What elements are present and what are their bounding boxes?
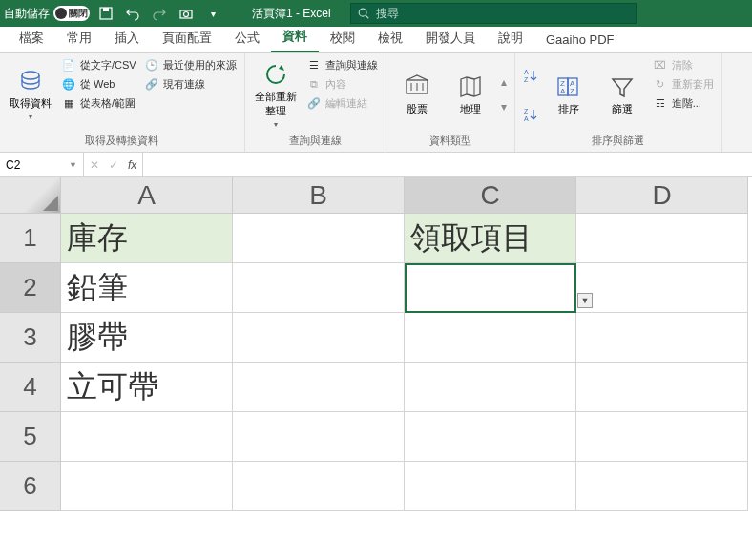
cell-A3[interactable]: 膠帶	[61, 313, 233, 363]
cell-B3[interactable]	[233, 313, 405, 363]
tab-資料[interactable]: 資料	[271, 22, 319, 52]
autosave-toggle[interactable]: 自動儲存 關閉	[4, 6, 90, 22]
from-table-button[interactable]: ▦從表格/範圍	[61, 95, 136, 111]
cell-A6[interactable]	[61, 462, 233, 511]
tab-說明[interactable]: 說明	[487, 24, 534, 52]
search-icon	[357, 7, 370, 20]
cell-A4[interactable]: 立可帶	[61, 363, 233, 412]
cell-B6[interactable]	[233, 462, 405, 511]
cell-A2[interactable]: 鉛筆	[61, 263, 233, 313]
get-data-icon	[17, 68, 44, 94]
camera-icon[interactable]	[178, 5, 195, 22]
tab-檢視[interactable]: 檢視	[366, 24, 414, 52]
row-header[interactable]: 4	[0, 363, 61, 412]
select-all-corner[interactable]	[0, 177, 61, 214]
cell-B1[interactable]	[233, 214, 405, 263]
search-input[interactable]: 搜尋	[350, 3, 637, 24]
svg-line-5	[366, 16, 368, 19]
scroll-up-icon[interactable]: ▴	[501, 75, 507, 89]
group-label: 查詢與連線	[253, 132, 378, 150]
row-header[interactable]: 5	[0, 412, 61, 462]
cell-C5[interactable]	[405, 412, 576, 462]
column-header[interactable]: C	[405, 177, 576, 214]
save-icon[interactable]	[97, 5, 115, 22]
scroll-down-icon[interactable]: ▾	[501, 100, 507, 114]
tab-Gaaiho PDF[interactable]: Gaaiho PDF	[534, 27, 626, 52]
cell-A1[interactable]: 庫存	[61, 214, 233, 263]
from-text-csv-button[interactable]: 📄從文字/CSV	[61, 57, 136, 73]
cell-D4[interactable]	[576, 363, 748, 412]
reapply-icon: ↻	[653, 76, 668, 92]
sort-icon: ZAAZ	[555, 73, 582, 100]
name-box-dropdown-icon[interactable]: ▼	[69, 160, 77, 170]
cell-C6[interactable]	[405, 462, 576, 511]
cell-D1[interactable]	[576, 214, 748, 263]
cell-B4[interactable]	[233, 363, 405, 412]
edit-links-button[interactable]: 🔗編輯連結	[306, 95, 378, 111]
reapply-button[interactable]: ↻重新套用	[653, 76, 714, 92]
properties-button[interactable]: ⧉內容	[306, 76, 378, 92]
sort-button[interactable]: ZAAZ 排序	[546, 57, 592, 132]
column-header[interactable]: B	[233, 177, 405, 214]
tab-校閱[interactable]: 校閱	[319, 24, 366, 52]
tab-開發人員[interactable]: 開發人員	[414, 24, 487, 52]
formula-bar: C2 ▼ ✕ ✓ fx	[0, 153, 752, 177]
cell-B5[interactable]	[233, 412, 405, 462]
svg-text:Z: Z	[570, 87, 574, 95]
cell-C2[interactable]: ▼	[405, 263, 576, 313]
cell-C3[interactable]	[405, 313, 576, 363]
name-box[interactable]: C2 ▼	[0, 153, 84, 176]
geography-button[interactable]: 地理	[448, 57, 493, 132]
refresh-all-button[interactable]: 全部重新整理 ▾	[253, 57, 299, 132]
sort-asc-button[interactable]: AZ	[523, 68, 538, 83]
advanced-icon: ☶	[653, 95, 668, 111]
advanced-filter-button[interactable]: ☶進階...	[653, 95, 714, 111]
svg-point-4	[359, 9, 366, 16]
cell-C4[interactable]	[405, 363, 576, 412]
tab-檔案[interactable]: 檔案	[8, 24, 55, 52]
ribbon-group-queries: 全部重新整理 ▾ ☰查詢與連線 ⧉內容 🔗編輯連結 查詢與連線	[245, 53, 386, 152]
row-header[interactable]: 6	[0, 462, 61, 511]
filter-button[interactable]: 篩選	[599, 57, 645, 132]
cell-A5[interactable]	[61, 412, 233, 462]
document-title: 活頁簿1 - Excel	[252, 6, 331, 22]
properties-icon: ⧉	[306, 76, 322, 92]
tab-插入[interactable]: 插入	[103, 24, 151, 52]
enter-icon[interactable]: ✓	[109, 158, 118, 172]
stocks-button[interactable]: 股票	[394, 57, 440, 132]
from-web-button[interactable]: 🌐從 Web	[61, 76, 136, 92]
sort-desc-button[interactable]: ZA	[523, 107, 538, 122]
cell-B2[interactable]	[233, 263, 405, 313]
row-header[interactable]: 1	[0, 214, 61, 263]
group-label: 資料類型	[394, 132, 507, 150]
column-header[interactable]: D	[576, 177, 748, 214]
row-header[interactable]: 3	[0, 313, 61, 363]
ribbon-group-sort-filter: AZ ZA ZAAZ 排序 篩選 ⌧清除 ↻重新套用 ☶進階... 排序與篩選	[515, 53, 722, 152]
get-data-button[interactable]: 取得資料 ▾	[8, 57, 53, 132]
qat-more-icon[interactable]: ▾	[204, 5, 221, 22]
quick-access-toolbar: ▾	[97, 5, 221, 22]
cell-D6[interactable]	[576, 462, 748, 511]
queries-connections-button[interactable]: ☰查詢與連線	[306, 57, 378, 73]
row-header[interactable]: 2	[0, 263, 61, 313]
cell-D3[interactable]	[576, 313, 748, 363]
cell-D5[interactable]	[576, 412, 748, 462]
column-header[interactable]: A	[61, 177, 233, 214]
clear-filter-button[interactable]: ⌧清除	[653, 57, 714, 73]
undo-icon[interactable]	[124, 5, 141, 22]
file-icon: 📄	[61, 57, 76, 73]
cancel-icon[interactable]: ✕	[90, 158, 99, 172]
fx-icon[interactable]: fx	[128, 158, 136, 172]
svg-text:A: A	[524, 69, 529, 75]
cell-D2[interactable]	[576, 263, 748, 313]
redo-icon[interactable]	[151, 5, 168, 22]
existing-connections-button[interactable]: 🔗現有連線	[144, 76, 237, 92]
recent-sources-button[interactable]: 🕒最近使用的來源	[144, 57, 237, 73]
tab-常用[interactable]: 常用	[55, 24, 103, 52]
tab-頁面配置[interactable]: 頁面配置	[151, 24, 223, 52]
ribbon-tabs: 檔案常用插入頁面配置公式資料校閱檢視開發人員說明Gaaiho PDF	[0, 27, 752, 53]
cell-C1[interactable]: 領取項目	[405, 214, 576, 263]
formula-input[interactable]	[143, 153, 752, 176]
ribbon: 取得資料 ▾ 📄從文字/CSV 🌐從 Web ▦從表格/範圍 🕒最近使用的來源 …	[0, 53, 752, 153]
tab-公式[interactable]: 公式	[223, 24, 271, 52]
